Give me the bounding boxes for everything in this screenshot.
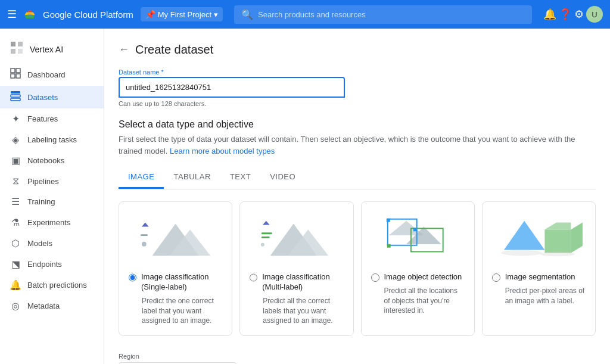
sidebar-item-metadata[interactable]: ◎ Metadata [0, 295, 104, 316]
features-icon: ✦ [10, 113, 21, 125]
vertex-ai-icon [10, 41, 24, 58]
sidebar-item-experiments[interactable]: ⚗ Experiments [0, 212, 104, 233]
sidebar-item-labeling[interactable]: ◈ Labeling tasks [0, 129, 104, 150]
datasets-icon [10, 91, 21, 104]
gcp-title: Google Cloud Platform [43, 10, 133, 20]
svg-marker-33 [571, 223, 583, 253]
tab-tabular[interactable]: TABULAR [164, 166, 220, 189]
radio-object-detection[interactable] [371, 273, 379, 282]
radio-multi-label[interactable] [250, 273, 257, 282]
svg-rect-21 [262, 237, 270, 238]
hamburger-icon[interactable]: ☰ [7, 8, 17, 21]
main-content: ← Create dataset Dataset name * Can use … [104, 29, 610, 364]
svg-rect-8 [16, 74, 20, 78]
sidebar-item-label: Datasets [27, 93, 58, 102]
svg-point-35 [540, 251, 575, 256]
data-type-tabs: IMAGE TABULAR TEXT VIDEO [119, 166, 596, 189]
user-avatar[interactable]: U [586, 6, 603, 23]
card-image-single [129, 211, 222, 265]
sidebar-item-label: Labeling tasks [27, 135, 77, 144]
sidebar-item-training[interactable]: ☰ Training [0, 191, 104, 212]
help-nav-icon[interactable]: ❓ [559, 8, 572, 21]
card-radio-row: Image object detection [371, 272, 465, 282]
sidebar-item-models[interactable]: ⬡ Models [0, 233, 104, 254]
sidebar: Vertex AI Dashboard Datasets ✦ Features … [0, 29, 104, 364]
data-type-section: Select a data type and objective First s… [119, 119, 596, 157]
svg-rect-2 [18, 42, 23, 46]
back-button[interactable]: ← [119, 43, 129, 56]
dashboard-icon [10, 68, 21, 81]
project-chevron: ▾ [214, 10, 218, 19]
endpoints-icon: ⬔ [10, 259, 21, 270]
sidebar-item-datasets[interactable]: Datasets [0, 86, 104, 108]
region-label: Region [119, 353, 596, 360]
sidebar-item-features[interactable]: ✦ Features [0, 108, 104, 129]
sidebar-item-label: Batch predictions [27, 281, 87, 290]
sidebar-item-label: Features [27, 114, 58, 123]
sidebar-product-name: Vertex AI [30, 45, 63, 54]
svg-rect-0 [28, 14, 32, 17]
labeling-icon: ◈ [10, 134, 21, 145]
objective-card-multi-label[interactable]: Image classification (Multi-label) Predi… [239, 201, 353, 336]
sidebar-header: Vertex AI [0, 33, 104, 63]
card-label: Image classification (Multi-label) [262, 272, 343, 293]
card-radio-row: Image classification (Multi-label) [250, 272, 343, 293]
sidebar-item-label: Training [27, 197, 55, 206]
sidebar-item-notebooks[interactable]: ▣ Notebooks [0, 150, 104, 171]
page-header: ← Create dataset [119, 43, 596, 57]
svg-marker-30 [504, 221, 544, 250]
project-label: My First Project [158, 10, 211, 19]
training-icon: ☰ [10, 196, 21, 207]
svg-rect-20 [262, 232, 272, 234]
search-bar[interactable]: 🔍 [234, 5, 532, 24]
search-input[interactable] [258, 10, 525, 19]
experiments-icon: ⚗ [10, 217, 21, 228]
batch-icon: 🔔 [10, 279, 21, 291]
card-desc: Predict all the correct labels that you … [250, 296, 343, 326]
svg-rect-27 [387, 244, 390, 248]
notifications-icon[interactable]: 🔔 [543, 8, 556, 21]
sidebar-item-endpoints[interactable]: ⬔ Endpoints [0, 254, 104, 275]
tab-video[interactable]: VIDEO [260, 166, 305, 189]
project-selector[interactable]: 📌 My First Project ▾ [141, 7, 223, 21]
svg-rect-1 [11, 42, 15, 46]
section-desc: First select the type of data your datas… [119, 133, 596, 157]
svg-rect-10 [11, 95, 20, 97]
svg-point-34 [501, 250, 541, 256]
sidebar-item-label: Pipelines [27, 177, 59, 186]
card-desc: Predict the one correct label that you w… [129, 296, 222, 326]
settings-nav-icon[interactable]: ⚙ [574, 8, 584, 21]
svg-point-16 [142, 242, 147, 247]
svg-point-22 [261, 243, 264, 247]
dataset-name-field: Dataset name * Can use up to 128 charact… [119, 69, 596, 107]
objective-card-single-label[interactable]: Image classification (Single-label) Pred… [119, 201, 232, 336]
notebooks-icon: ▣ [10, 155, 21, 166]
radio-segmentation[interactable] [492, 273, 500, 282]
objective-card-object-detection[interactable]: Image object detection Predict all the l… [361, 201, 475, 336]
svg-rect-4 [18, 49, 23, 54]
sidebar-item-label: Experiments [27, 218, 70, 227]
sidebar-item-pipelines[interactable]: ⧖ Pipelines [0, 171, 104, 191]
sidebar-item-label: Endpoints [27, 260, 62, 269]
nav-left: ☰ Google Cloud Platform [7, 6, 133, 23]
svg-marker-14 [142, 223, 149, 227]
svg-rect-29 [386, 219, 390, 222]
learn-more-link[interactable]: Learn more about model types [170, 147, 275, 155]
search-icon: 🔍 [241, 9, 253, 20]
card-image-multi [250, 211, 343, 265]
svg-rect-31 [544, 229, 571, 253]
card-desc: Predict all the locations of objects tha… [371, 286, 465, 316]
sidebar-item-dashboard[interactable]: Dashboard [0, 63, 104, 86]
sidebar-item-batch[interactable]: 🔔 Batch predictions [0, 275, 104, 295]
tab-text[interactable]: TEXT [220, 166, 260, 189]
tab-image[interactable]: IMAGE [119, 166, 164, 189]
pipelines-icon: ⧖ [10, 176, 21, 186]
svg-rect-15 [141, 234, 148, 236]
objective-card-segmentation[interactable]: Image segmentation Predict per-pixel are… [482, 201, 596, 336]
dataset-name-input[interactable] [119, 77, 345, 98]
pin-icon: 📌 [145, 10, 155, 19]
radio-single-label[interactable] [129, 273, 136, 282]
objective-cards: Image classification (Single-label) Pred… [119, 201, 596, 336]
metadata-icon: ◎ [10, 300, 21, 312]
card-radio-row: Image segmentation [492, 272, 586, 282]
